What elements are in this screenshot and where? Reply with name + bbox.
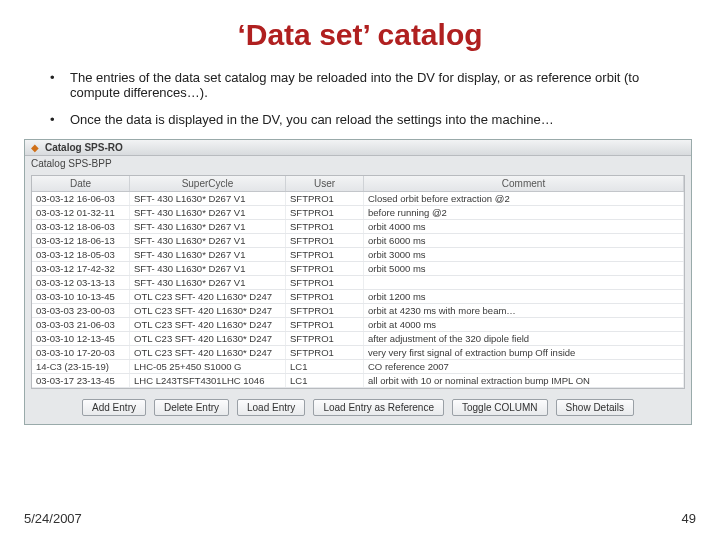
cell-comment: orbit 1200 ms: [364, 290, 684, 303]
cell-date: 03-03-12 17-42-32: [32, 262, 130, 275]
cell-date: 03-03-12 18-05-03: [32, 248, 130, 261]
cell-date: 14-C3 (23-15-19): [32, 360, 130, 373]
cell-user: SFTPRO1: [286, 276, 364, 289]
cell-cycle: SFT- 430 L1630* D267 V1: [130, 220, 286, 233]
cell-comment: [364, 276, 684, 289]
cell-user: SFTPRO1: [286, 206, 364, 219]
cell-date: 03-03-17 23-13-45: [32, 374, 130, 387]
cell-cycle: OTL C23 SFT- 420 L1630* D247: [130, 304, 286, 317]
slide-title: ‘Data set’ catalog: [24, 18, 696, 52]
table-row[interactable]: 03-03-12 16-06-03SFT- 430 L1630* D267 V1…: [32, 192, 684, 206]
cell-comment: orbit at 4230 ms with more beam…: [364, 304, 684, 317]
cell-user: SFTPRO1: [286, 318, 364, 331]
data-grid: Date SuperCycle User Comment 03-03-12 16…: [31, 175, 685, 389]
table-row[interactable]: 03-03-12 18-05-03SFT- 430 L1630* D267 V1…: [32, 248, 684, 262]
table-row[interactable]: 03-03-10 12-13-45OTL C23 SFT- 420 L1630*…: [32, 332, 684, 346]
slide: ‘Data set’ catalog •The entries of the d…: [0, 0, 720, 540]
table-row[interactable]: 03-03-12 03-13-13SFT- 430 L1630* D267 V1…: [32, 276, 684, 290]
app-icon: ◆: [29, 142, 41, 154]
cell-cycle: SFT- 430 L1630* D267 V1: [130, 206, 286, 219]
cell-cycle: OTL C23 SFT- 420 L1630* D247: [130, 318, 286, 331]
cell-cycle: SFT- 430 L1630* D267 V1: [130, 192, 286, 205]
cell-cycle: LHC-05 25+450 S1000 G: [130, 360, 286, 373]
footer-page-number: 49: [682, 511, 696, 526]
table-row[interactable]: 03-03-12 18-06-03SFT- 430 L1630* D267 V1…: [32, 220, 684, 234]
cell-user: LC1: [286, 360, 364, 373]
cell-user: SFTPRO1: [286, 304, 364, 317]
cell-comment: orbit 5000 ms: [364, 262, 684, 275]
table-row[interactable]: 03-03-10 17-20-03OTL C23 SFT- 420 L1630*…: [32, 346, 684, 360]
cell-comment: orbit 3000 ms: [364, 248, 684, 261]
cell-date: 03-03-12 18-06-03: [32, 220, 130, 233]
catalog-window: ◆ Catalog SPS-RO Catalog SPS-BPP Date Su…: [24, 139, 692, 425]
cell-comment: orbit 6000 ms: [364, 234, 684, 247]
cell-user: LC1: [286, 374, 364, 387]
grid-header: Date SuperCycle User Comment: [32, 176, 684, 192]
cell-date: 03-03-10 10-13-45: [32, 290, 130, 303]
cell-comment: orbit 4000 ms: [364, 220, 684, 233]
cell-cycle: LHC L243TSFT4301LHC 1046: [130, 374, 286, 387]
cell-cycle: SFT- 430 L1630* D267 V1: [130, 248, 286, 261]
cell-comment: all orbit with 10 or nominal extraction …: [364, 374, 684, 387]
cell-date: 03-03-12 18-06-13: [32, 234, 130, 247]
cell-date: 03-03-03 21-06-03: [32, 318, 130, 331]
table-row[interactable]: 03-03-12 18-06-13SFT- 430 L1630* D267 V1…: [32, 234, 684, 248]
catalog-label: Catalog SPS-BPP: [25, 156, 691, 169]
toggle-column-button[interactable]: Toggle COLUMN: [452, 399, 548, 416]
delete-entry-button[interactable]: Delete Entry: [154, 399, 229, 416]
cell-cycle: OTL C23 SFT- 420 L1630* D247: [130, 290, 286, 303]
cell-comment: CO reference 2007: [364, 360, 684, 373]
col-header-comment[interactable]: Comment: [364, 176, 684, 191]
bullet-item: •Once the data is displayed in the DV, y…: [60, 112, 676, 127]
load-entry-button[interactable]: Load Entry: [237, 399, 305, 416]
col-header-cycle[interactable]: SuperCycle: [130, 176, 286, 191]
bullet-list: •The entries of the data set catalog may…: [24, 70, 696, 127]
cell-date: 03-03-12 16-06-03: [32, 192, 130, 205]
cell-comment: Closed orbit before extraction @2: [364, 192, 684, 205]
button-bar: Add Entry Delete Entry Load Entry Load E…: [25, 393, 691, 424]
add-entry-button[interactable]: Add Entry: [82, 399, 146, 416]
load-entry-as-reference-button[interactable]: Load Entry as Reference: [313, 399, 444, 416]
table-row[interactable]: 03-03-10 10-13-45OTL C23 SFT- 420 L1630*…: [32, 290, 684, 304]
cell-user: SFTPRO1: [286, 220, 364, 233]
cell-cycle: SFT- 430 L1630* D267 V1: [130, 276, 286, 289]
cell-comment: orbit at 4000 ms: [364, 318, 684, 331]
cell-user: SFTPRO1: [286, 234, 364, 247]
table-row[interactable]: 03-03-03 23-00-03OTL C23 SFT- 420 L1630*…: [32, 304, 684, 318]
table-row[interactable]: 03-03-12 01-32-11SFT- 430 L1630* D267 V1…: [32, 206, 684, 220]
cell-cycle: OTL C23 SFT- 420 L1630* D247: [130, 346, 286, 359]
show-details-button[interactable]: Show Details: [556, 399, 634, 416]
cell-cycle: SFT- 430 L1630* D267 V1: [130, 234, 286, 247]
cell-date: 03-03-03 23-00-03: [32, 304, 130, 317]
table-row[interactable]: 03-03-12 17-42-32SFT- 430 L1630* D267 V1…: [32, 262, 684, 276]
window-title: Catalog SPS-RO: [45, 142, 123, 153]
cell-user: SFTPRO1: [286, 332, 364, 345]
table-row[interactable]: 14-C3 (23-15-19)LHC-05 25+450 S1000 GLC1…: [32, 360, 684, 374]
cell-user: SFTPRO1: [286, 248, 364, 261]
table-row[interactable]: 03-03-03 21-06-03OTL C23 SFT- 420 L1630*…: [32, 318, 684, 332]
cell-comment: before running @2: [364, 206, 684, 219]
bullet-text: The entries of the data set catalog may …: [70, 70, 639, 100]
cell-date: 03-03-12 03-13-13: [32, 276, 130, 289]
cell-date: 03-03-12 01-32-11: [32, 206, 130, 219]
cell-date: 03-03-10 12-13-45: [32, 332, 130, 345]
cell-comment: very very first signal of extraction bum…: [364, 346, 684, 359]
table-row[interactable]: 03-03-17 23-13-45LHC L243TSFT4301LHC 104…: [32, 374, 684, 388]
cell-user: SFTPRO1: [286, 290, 364, 303]
cell-cycle: SFT- 430 L1630* D267 V1: [130, 262, 286, 275]
grid-body: 03-03-12 16-06-03SFT- 430 L1630* D267 V1…: [32, 192, 684, 388]
col-header-user[interactable]: User: [286, 176, 364, 191]
bullet-text: Once the data is displayed in the DV, yo…: [70, 112, 554, 127]
col-header-date[interactable]: Date: [32, 176, 130, 191]
cell-user: SFTPRO1: [286, 192, 364, 205]
cell-date: 03-03-10 17-20-03: [32, 346, 130, 359]
cell-user: SFTPRO1: [286, 346, 364, 359]
footer-date: 5/24/2007: [24, 511, 82, 526]
window-titlebar[interactable]: ◆ Catalog SPS-RO: [25, 140, 691, 156]
cell-comment: after adjustment of the 320 dipole field: [364, 332, 684, 345]
bullet-item: •The entries of the data set catalog may…: [60, 70, 676, 100]
cell-cycle: OTL C23 SFT- 420 L1630* D247: [130, 332, 286, 345]
cell-user: SFTPRO1: [286, 262, 364, 275]
